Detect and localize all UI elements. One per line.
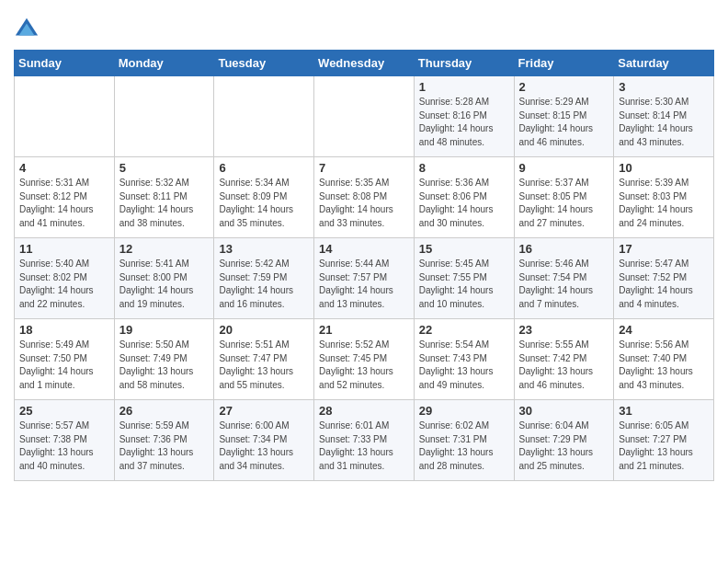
day-number: 18 <box>19 323 109 337</box>
calendar-cell: 6Sunrise: 5:34 AM Sunset: 8:09 PM Daylig… <box>214 157 314 238</box>
day-number: 7 <box>319 161 409 175</box>
day-info: Sunrise: 5:40 AM Sunset: 8:02 PM Dayligh… <box>19 258 109 311</box>
weekday-header: Thursday <box>414 51 514 76</box>
day-number: 1 <box>419 80 509 94</box>
weekday-header: Friday <box>514 51 614 76</box>
day-number: 9 <box>519 161 609 175</box>
day-number: 13 <box>219 242 309 256</box>
day-info: Sunrise: 5:45 AM Sunset: 7:55 PM Dayligh… <box>419 258 509 311</box>
calendar-cell: 16Sunrise: 5:46 AM Sunset: 7:54 PM Dayli… <box>514 238 614 319</box>
weekday-header: Monday <box>114 51 214 76</box>
day-number: 6 <box>219 161 309 175</box>
calendar-cell: 8Sunrise: 5:36 AM Sunset: 8:06 PM Daylig… <box>414 157 514 238</box>
calendar-cell: 27Sunrise: 6:00 AM Sunset: 7:34 PM Dayli… <box>214 400 314 481</box>
day-info: Sunrise: 5:41 AM Sunset: 8:00 PM Dayligh… <box>119 258 210 311</box>
calendar-cell: 3Sunrise: 5:30 AM Sunset: 8:14 PM Daylig… <box>614 76 714 157</box>
calendar-cell: 19Sunrise: 5:50 AM Sunset: 7:49 PM Dayli… <box>114 319 214 400</box>
calendar-table: SundayMondayTuesdayWednesdayThursdayFrid… <box>14 50 714 481</box>
day-info: Sunrise: 5:47 AM Sunset: 7:52 PM Dayligh… <box>619 258 709 311</box>
day-number: 3 <box>619 80 709 94</box>
calendar-cell: 9Sunrise: 5:37 AM Sunset: 8:05 PM Daylig… <box>514 157 614 238</box>
day-number: 21 <box>319 323 409 337</box>
day-number: 4 <box>19 161 109 175</box>
calendar-cell: 23Sunrise: 5:55 AM Sunset: 7:42 PM Dayli… <box>514 319 614 400</box>
day-info: Sunrise: 6:04 AM Sunset: 7:29 PM Dayligh… <box>519 419 609 473</box>
calendar-cell: 29Sunrise: 6:02 AM Sunset: 7:31 PM Dayli… <box>414 400 514 481</box>
day-number: 15 <box>419 242 509 256</box>
day-info: Sunrise: 5:56 AM Sunset: 7:40 PM Dayligh… <box>619 339 709 392</box>
day-info: Sunrise: 5:39 AM Sunset: 8:03 PM Dayligh… <box>619 177 709 230</box>
day-info: Sunrise: 5:28 AM Sunset: 8:16 PM Dayligh… <box>419 96 509 149</box>
calendar-cell: 5Sunrise: 5:32 AM Sunset: 8:11 PM Daylig… <box>114 157 214 238</box>
day-info: Sunrise: 5:42 AM Sunset: 7:59 PM Dayligh… <box>219 258 309 311</box>
day-info: Sunrise: 5:49 AM Sunset: 7:50 PM Dayligh… <box>19 339 109 392</box>
day-info: Sunrise: 6:01 AM Sunset: 7:33 PM Dayligh… <box>319 419 409 473</box>
day-number: 19 <box>119 323 210 337</box>
calendar-cell: 15Sunrise: 5:45 AM Sunset: 7:55 PM Dayli… <box>414 238 514 319</box>
day-info: Sunrise: 6:05 AM Sunset: 7:27 PM Dayligh… <box>619 419 709 473</box>
calendar-cell: 22Sunrise: 5:54 AM Sunset: 7:43 PM Dayli… <box>414 319 514 400</box>
day-info: Sunrise: 5:59 AM Sunset: 7:36 PM Dayligh… <box>119 419 210 473</box>
day-info: Sunrise: 5:37 AM Sunset: 8:05 PM Dayligh… <box>519 177 609 230</box>
day-info: Sunrise: 5:35 AM Sunset: 8:08 PM Dayligh… <box>319 177 409 230</box>
calendar-cell: 21Sunrise: 5:52 AM Sunset: 7:45 PM Dayli… <box>314 319 415 400</box>
day-info: Sunrise: 5:55 AM Sunset: 7:42 PM Dayligh… <box>519 339 609 392</box>
day-number: 24 <box>619 323 709 337</box>
calendar-cell <box>314 76 415 157</box>
day-info: Sunrise: 5:57 AM Sunset: 7:38 PM Dayligh… <box>19 419 109 473</box>
day-number: 29 <box>419 404 509 418</box>
calendar-cell: 7Sunrise: 5:35 AM Sunset: 8:08 PM Daylig… <box>314 157 415 238</box>
day-info: Sunrise: 6:02 AM Sunset: 7:31 PM Dayligh… <box>419 419 509 473</box>
day-number: 20 <box>219 323 309 337</box>
day-number: 23 <box>519 323 609 337</box>
calendar-cell: 17Sunrise: 5:47 AM Sunset: 7:52 PM Dayli… <box>614 238 714 319</box>
calendar-cell: 4Sunrise: 5:31 AM Sunset: 8:12 PM Daylig… <box>15 157 115 238</box>
day-info: Sunrise: 6:00 AM Sunset: 7:34 PM Dayligh… <box>219 419 309 473</box>
day-info: Sunrise: 5:51 AM Sunset: 7:47 PM Dayligh… <box>219 339 309 392</box>
day-info: Sunrise: 5:31 AM Sunset: 8:12 PM Dayligh… <box>19 177 109 230</box>
calendar-cell: 18Sunrise: 5:49 AM Sunset: 7:50 PM Dayli… <box>15 319 115 400</box>
day-info: Sunrise: 5:36 AM Sunset: 8:06 PM Dayligh… <box>419 177 509 230</box>
calendar-week-row: 1Sunrise: 5:28 AM Sunset: 8:16 PM Daylig… <box>15 76 714 157</box>
day-number: 27 <box>219 404 309 418</box>
day-number: 16 <box>519 242 609 256</box>
calendar-cell: 24Sunrise: 5:56 AM Sunset: 7:40 PM Dayli… <box>614 319 714 400</box>
weekday-header: Sunday <box>15 51 115 76</box>
calendar-cell: 1Sunrise: 5:28 AM Sunset: 8:16 PM Daylig… <box>414 76 514 157</box>
calendar-cell: 14Sunrise: 5:44 AM Sunset: 7:57 PM Dayli… <box>314 238 415 319</box>
day-number: 25 <box>19 404 109 418</box>
logo <box>14 17 41 42</box>
calendar-cell <box>214 76 314 157</box>
calendar-cell: 20Sunrise: 5:51 AM Sunset: 7:47 PM Dayli… <box>214 319 314 400</box>
calendar-cell: 12Sunrise: 5:41 AM Sunset: 8:00 PM Dayli… <box>114 238 214 319</box>
day-info: Sunrise: 5:30 AM Sunset: 8:14 PM Dayligh… <box>619 96 709 149</box>
day-number: 31 <box>619 404 709 418</box>
weekday-header: Saturday <box>614 51 714 76</box>
weekday-header: Wednesday <box>314 51 415 76</box>
day-number: 28 <box>319 404 409 418</box>
logo-icon <box>14 17 40 42</box>
calendar-week-row: 25Sunrise: 5:57 AM Sunset: 7:38 PM Dayli… <box>15 400 714 481</box>
calendar-cell: 11Sunrise: 5:40 AM Sunset: 8:02 PM Dayli… <box>15 238 115 319</box>
day-number: 5 <box>119 161 210 175</box>
day-number: 17 <box>619 242 709 256</box>
day-info: Sunrise: 5:44 AM Sunset: 7:57 PM Dayligh… <box>319 258 409 311</box>
calendar-cell: 26Sunrise: 5:59 AM Sunset: 7:36 PM Dayli… <box>114 400 214 481</box>
calendar-cell: 25Sunrise: 5:57 AM Sunset: 7:38 PM Dayli… <box>15 400 115 481</box>
calendar-cell: 30Sunrise: 6:04 AM Sunset: 7:29 PM Dayli… <box>514 400 614 481</box>
calendar-cell <box>15 76 115 157</box>
day-number: 12 <box>119 242 210 256</box>
calendar-cell: 13Sunrise: 5:42 AM Sunset: 7:59 PM Dayli… <box>214 238 314 319</box>
day-info: Sunrise: 5:34 AM Sunset: 8:09 PM Dayligh… <box>219 177 309 230</box>
day-info: Sunrise: 5:32 AM Sunset: 8:11 PM Dayligh… <box>119 177 210 230</box>
day-info: Sunrise: 5:52 AM Sunset: 7:45 PM Dayligh… <box>319 339 409 392</box>
day-number: 14 <box>319 242 409 256</box>
day-number: 2 <box>519 80 609 94</box>
day-number: 10 <box>619 161 709 175</box>
calendar-week-row: 18Sunrise: 5:49 AM Sunset: 7:50 PM Dayli… <box>15 319 714 400</box>
weekday-header: Tuesday <box>214 51 314 76</box>
day-info: Sunrise: 5:50 AM Sunset: 7:49 PM Dayligh… <box>119 339 210 392</box>
day-number: 26 <box>119 404 210 418</box>
day-info: Sunrise: 5:46 AM Sunset: 7:54 PM Dayligh… <box>519 258 609 311</box>
calendar-header-row: SundayMondayTuesdayWednesdayThursdayFrid… <box>15 51 714 76</box>
